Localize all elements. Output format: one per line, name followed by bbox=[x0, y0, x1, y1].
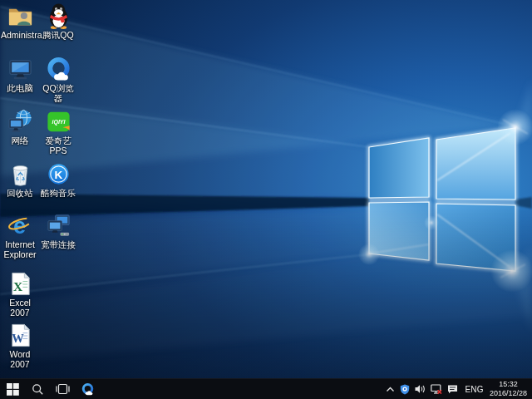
desktop-icon-internet-explorer[interactable]: e Internet Explorer bbox=[1, 212, 39, 260]
desktop-icon-label: 此电脑 bbox=[7, 84, 33, 94]
user-folder-icon bbox=[7, 2, 34, 30]
system-tray: ENG 15:32 2016/12/28 bbox=[383, 379, 532, 399]
tray-volume[interactable] bbox=[412, 379, 428, 399]
taskbar: ENG 15:32 2016/12/28 bbox=[0, 378, 532, 399]
clock-time: 15:32 bbox=[490, 380, 527, 389]
desktop-icon-label: Excel 2007 bbox=[1, 298, 39, 318]
qq-browser-icon bbox=[81, 382, 95, 397]
desktop-icon-label: 爱奇艺PPS bbox=[39, 136, 77, 156]
excel-icon: X bbox=[7, 270, 34, 298]
iqiyi-icon: iQIYI bbox=[45, 108, 72, 135]
tray-network-disconnected[interactable] bbox=[428, 379, 445, 399]
tray-messages[interactable] bbox=[445, 379, 461, 399]
chevron-up-icon bbox=[386, 386, 395, 393]
task-view-button[interactable] bbox=[50, 379, 75, 399]
network-disconnected-icon bbox=[431, 384, 442, 395]
qq-penguin-icon bbox=[45, 2, 72, 30]
task-view-icon bbox=[56, 383, 70, 395]
desktop-icon-label: 宽带连接 bbox=[41, 240, 76, 250]
language-indicator[interactable]: ENG bbox=[461, 379, 488, 399]
desktop-icon-label: Administra... bbox=[1, 31, 39, 41]
speaker-icon bbox=[415, 384, 426, 394]
broadband-monitors-icon bbox=[45, 212, 72, 239]
desktop-icon-network[interactable]: 网络 bbox=[1, 108, 39, 146]
desktop-icon-iqiyi-pps[interactable]: iQIYI 爱奇艺PPS bbox=[39, 108, 77, 156]
wallpaper-windows-hero bbox=[0, 0, 532, 378]
computer-monitor-icon bbox=[7, 56, 34, 83]
desktop-icon-label: 酷狗音乐 bbox=[41, 189, 76, 199]
recycle-bin-icon bbox=[7, 160, 34, 188]
desktop-icon-label: 回收站 bbox=[7, 189, 33, 199]
svg-text:K: K bbox=[54, 169, 62, 181]
message-bubble-icon bbox=[447, 384, 458, 394]
svg-text:iQIYI: iQIYI bbox=[52, 119, 66, 126]
desktop: Administra... 腾讯QQ bbox=[0, 0, 532, 378]
desktop-icon-broadband[interactable]: 宽带连接 bbox=[39, 212, 77, 250]
windows-start-icon bbox=[7, 383, 19, 396]
word-icon: W bbox=[7, 322, 34, 349]
desktop-icon-label: Word 2007 bbox=[1, 350, 39, 370]
desktop-icon-label: Internet Explorer bbox=[1, 240, 39, 260]
desktop-icon-this-pc[interactable]: 此电脑 bbox=[1, 56, 39, 94]
clock-date: 2016/12/28 bbox=[490, 389, 527, 398]
desktop-icon-kugou-music[interactable]: K 酷狗音乐 bbox=[39, 160, 77, 199]
desktop-icon-label: 腾讯QQ bbox=[42, 31, 73, 41]
network-globe-icon bbox=[7, 108, 34, 135]
tray-security-shield[interactable] bbox=[397, 379, 412, 399]
desktop-icon-tencent-qq[interactable]: 腾讯QQ bbox=[39, 2, 77, 41]
desktop-icon-word-2007[interactable]: W Word 2007 bbox=[1, 322, 39, 370]
desktop-icon-label: 网络 bbox=[12, 136, 29, 146]
desktop-icon-excel-2007[interactable]: X Excel 2007 bbox=[1, 270, 39, 318]
desktop-icon-recycle-bin[interactable]: 回收站 bbox=[1, 160, 39, 199]
desktop-icon-qq-browser[interactable]: QQ浏览器 bbox=[39, 56, 77, 104]
desktop-icon-administrator[interactable]: Administra... bbox=[1, 2, 39, 41]
qq-browser-icon bbox=[45, 56, 72, 83]
search-button[interactable] bbox=[25, 379, 50, 399]
svg-text:W: W bbox=[12, 332, 24, 345]
taskbar-clock[interactable]: 15:32 2016/12/28 bbox=[488, 380, 532, 399]
tray-show-hidden-icons[interactable] bbox=[383, 379, 397, 399]
svg-text:X: X bbox=[12, 279, 22, 293]
search-icon bbox=[32, 383, 44, 396]
shield-icon bbox=[400, 384, 410, 395]
taskbar-qq-browser-button[interactable] bbox=[75, 379, 100, 399]
ie-icon: e bbox=[7, 212, 34, 239]
desktop-icon-label: QQ浏览器 bbox=[39, 84, 77, 104]
kugou-icon: K bbox=[45, 160, 72, 188]
start-button[interactable] bbox=[0, 379, 25, 399]
